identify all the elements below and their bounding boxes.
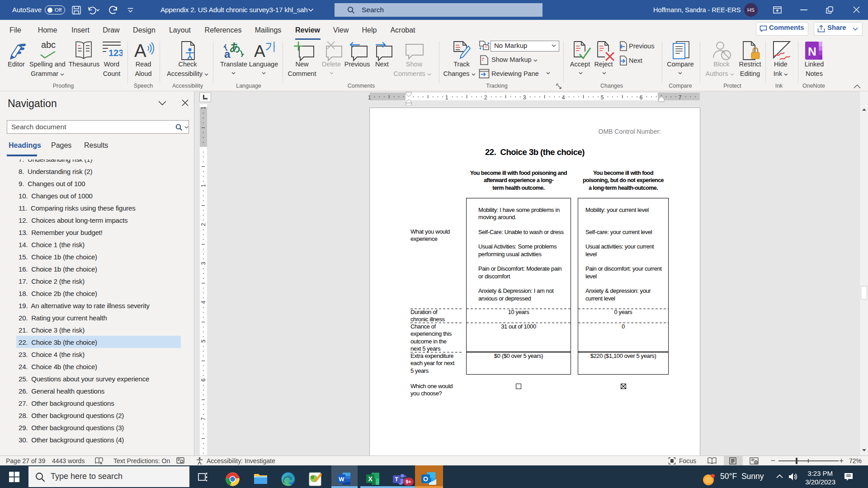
svg-text:5: 5 — [601, 94, 604, 101]
svg-text:O: O — [423, 475, 428, 483]
svg-text:1: 1 — [368, 94, 371, 101]
svg-text:2: 2 — [200, 223, 207, 226]
svg-text:2: 2 — [484, 94, 487, 101]
svg-text:N: N — [808, 45, 816, 58]
svg-text:4: 4 — [562, 94, 565, 101]
svg-text:A: A — [254, 42, 265, 61]
svg-text:3: 3 — [200, 262, 207, 265]
svg-text:W: W — [339, 476, 344, 483]
svg-text:1: 1 — [445, 94, 448, 101]
svg-text:1: 1 — [200, 184, 207, 187]
svg-text:7: 7 — [679, 94, 682, 101]
svg-text:1: 1 — [200, 106, 207, 109]
svg-text:4: 4 — [200, 300, 207, 304]
svg-text:A: A — [134, 41, 146, 61]
svg-text:123: 123 — [108, 48, 123, 58]
svg-text:6: 6 — [640, 94, 643, 101]
svg-text:가: 가 — [265, 41, 275, 53]
svg-text:あ: あ — [230, 41, 241, 53]
svg-text:6: 6 — [200, 378, 207, 381]
svg-text:3: 3 — [523, 94, 526, 101]
svg-text:5: 5 — [200, 339, 207, 343]
svg-text:a: a — [224, 48, 231, 60]
svg-text:X: X — [368, 475, 373, 483]
svg-text:T: T — [395, 476, 399, 483]
svg-text:7: 7 — [200, 417, 207, 420]
